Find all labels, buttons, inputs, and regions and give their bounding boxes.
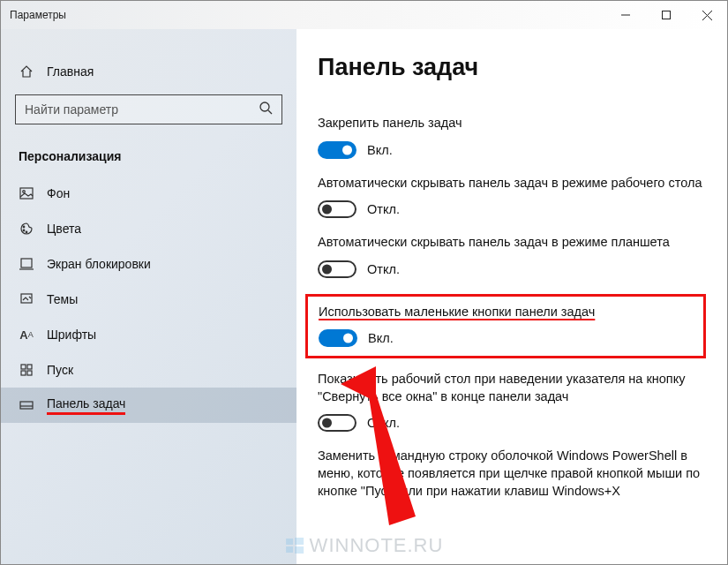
setting-label: Закрепить панель задач	[318, 115, 706, 132]
start-icon	[19, 362, 34, 378]
toggle-small-buttons[interactable]	[319, 329, 357, 347]
toggle-state: Откл.	[367, 202, 400, 216]
search-input[interactable]	[25, 102, 259, 117]
nav-label: Пуск	[47, 363, 73, 377]
svg-rect-6	[20, 188, 33, 199]
annotation-highlight: Использовать маленькие кнопки панели зад…	[305, 294, 706, 359]
svg-point-4	[260, 102, 269, 111]
window-controls	[605, 1, 727, 29]
toggle-state: Откл.	[367, 262, 400, 276]
setting-powershell: Заменить командную строку оболочкой Wind…	[318, 448, 706, 500]
minimize-button[interactable]	[605, 1, 646, 29]
nav-taskbar[interactable]: Панель задач	[1, 388, 296, 423]
nav-home-label: Главная	[47, 64, 94, 79]
nav-start[interactable]: Пуск	[1, 352, 296, 388]
sidebar: Главная Персонализация Фон Цвета Э	[1, 29, 296, 564]
category-label: Персонализация	[1, 140, 296, 176]
nav-fonts[interactable]: AA Шрифты	[1, 317, 296, 352]
nav-label: Экран блокировки	[47, 257, 151, 271]
nav-lockscreen[interactable]: Экран блокировки	[1, 246, 296, 282]
svg-rect-17	[27, 371, 32, 375]
svg-point-10	[26, 231, 27, 233]
svg-rect-11	[21, 259, 32, 267]
toggle-lock-taskbar[interactable]	[318, 141, 356, 159]
close-button[interactable]	[687, 1, 727, 29]
nav-label: Темы	[47, 292, 78, 306]
svg-rect-1	[663, 11, 671, 19]
taskbar-icon	[19, 397, 34, 413]
nav-colors[interactable]: Цвета	[1, 211, 296, 246]
palette-icon	[19, 221, 34, 237]
setting-label: Заменить командную строку оболочкой Wind…	[318, 448, 706, 500]
svg-rect-18	[20, 402, 33, 409]
nav-home[interactable]: Главная	[1, 54, 296, 89]
svg-line-5	[268, 110, 272, 114]
toggle-autohide-tablet[interactable]	[318, 260, 356, 278]
nav-themes[interactable]: Темы	[1, 282, 296, 317]
toggle-state: Откл.	[367, 416, 400, 430]
maximize-button[interactable]	[646, 1, 687, 29]
svg-point-9	[23, 230, 25, 231]
svg-point-7	[23, 191, 26, 193]
window-title: Параметры	[10, 9, 66, 21]
setting-label: Использовать маленькие кнопки панели зад…	[319, 304, 693, 321]
main-panel: Панель задач Закрепить панель задач Вкл.…	[296, 29, 727, 564]
toggle-state: Вкл.	[367, 143, 393, 157]
svg-rect-14	[21, 365, 26, 369]
nav-label: Шрифты	[47, 328, 96, 342]
svg-rect-15	[27, 365, 32, 369]
nav-background[interactable]: Фон	[1, 176, 296, 211]
setting-lock-taskbar: Закрепить панель задач Вкл.	[318, 115, 706, 159]
picture-icon	[19, 185, 34, 201]
search-icon	[259, 101, 273, 118]
setting-autohide-tablet: Автоматически скрывать панель задач в ре…	[318, 234, 706, 278]
setting-label: Автоматически скрывать панель задач в ре…	[318, 175, 706, 192]
toggle-autohide-desktop[interactable]	[318, 200, 356, 218]
search-box[interactable]	[15, 94, 282, 124]
setting-autohide-desktop: Автоматически скрывать панель задач в ре…	[318, 175, 706, 219]
nav-label: Цвета	[47, 222, 81, 236]
nav-label: Фон	[47, 186, 70, 200]
themes-icon	[19, 291, 34, 307]
home-icon	[19, 64, 34, 79]
setting-label: Автоматически скрывать панель задач в ре…	[318, 234, 706, 252]
setting-peek-desktop: Показывать рабочий стол при наведении ук…	[318, 371, 706, 432]
lockscreen-icon	[19, 256, 34, 272]
nav-label: Панель задач	[47, 396, 125, 415]
titlebar: Параметры	[1, 1, 727, 29]
toggle-state: Вкл.	[368, 331, 394, 345]
setting-label: Показывать рабочий стол при наведении ук…	[318, 371, 706, 405]
svg-rect-16	[21, 371, 26, 375]
svg-point-8	[23, 226, 25, 228]
fonts-icon: AA	[19, 327, 34, 343]
page-title: Панель задач	[318, 54, 706, 81]
toggle-peek-desktop[interactable]	[318, 414, 356, 432]
